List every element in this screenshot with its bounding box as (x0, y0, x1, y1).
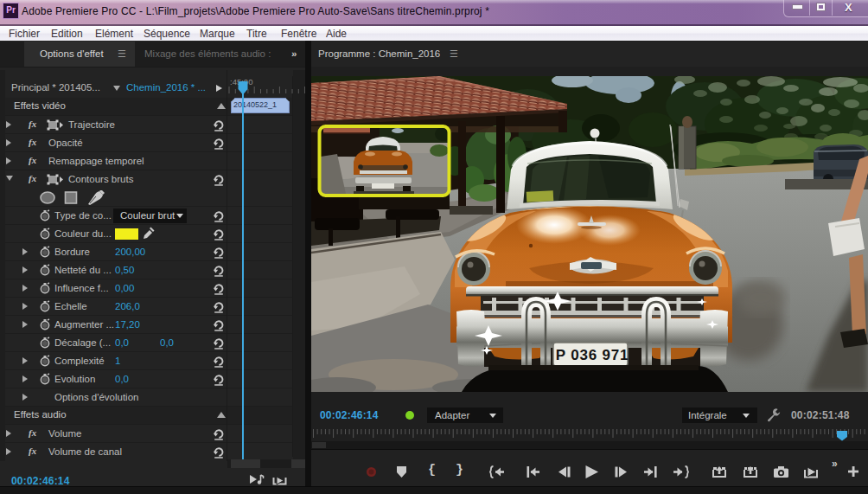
svg-text:P 036 971: P 036 971 (556, 347, 629, 363)
